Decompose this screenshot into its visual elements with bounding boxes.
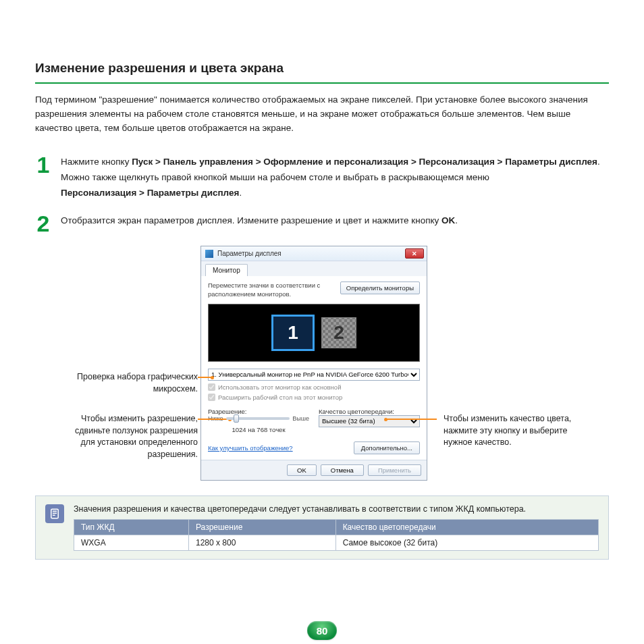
chk2-label: Расширить рабочий стол на этот монитор: [218, 394, 342, 401]
callout-resolution: Чтобы изменить разрешение, сдвиньте полз…: [59, 413, 200, 460]
page-heading: Изменение разрешения и цвета экрана: [35, 61, 609, 84]
ok-button[interactable]: OK: [287, 464, 317, 476]
monitor-preview[interactable]: 1 2: [208, 304, 420, 362]
extend-desktop-checkbox[interactable]: Расширить рабочий стол на этот монитор: [208, 394, 420, 401]
tab-row: Монитор: [201, 261, 427, 276]
step-number-2: 2: [35, 213, 51, 234]
step1-line2c: .: [239, 188, 242, 198]
monitor-2[interactable]: 2: [321, 317, 356, 348]
th-color-quality: Качество цветопередачи: [336, 519, 598, 535]
step-2: 2 Отобразится экран параметров дисплея. …: [35, 213, 609, 234]
td-lcd-type: WXGA: [74, 535, 189, 550]
step1-line2b: Персонализация > Параметры дисплея: [61, 188, 239, 198]
note-icon: [45, 504, 64, 523]
dialog-titlebar[interactable]: Параметры дисплея ✕: [201, 246, 427, 261]
tab-monitor[interactable]: Монитор: [205, 264, 248, 276]
intro-paragraph: Под термином "разрешение" понимается кол…: [35, 93, 609, 136]
cancel-button[interactable]: Отмена: [321, 464, 364, 476]
step1-path: Пуск > Панель управления > Оформление и …: [132, 157, 597, 167]
step1-line2a: Можно также щелкнуть правой кнопкой мыши…: [61, 172, 489, 182]
resolution-slider[interactable]: [226, 417, 290, 420]
display-settings-dialog: Параметры дисплея ✕ Монитор Переместите …: [200, 246, 427, 481]
primary-monitor-checkbox[interactable]: Использовать этот монитор как основной: [208, 383, 420, 391]
resolution-value: 1024 на 768 точек: [208, 426, 309, 433]
callouts-right: Чтобы изменить качество цвета, нажмите э…: [430, 246, 585, 481]
page-number: 80: [307, 621, 337, 640]
note-text: Значения разрешения и качества цветопере…: [74, 504, 599, 514]
improve-display-link[interactable]: Как улучшить отображение?: [208, 444, 293, 452]
note-box: Значения разрешения и качества цветопере…: [35, 495, 609, 560]
step-number-1: 1: [35, 155, 51, 201]
instruction-text: Переместите значки в соответствии с расп…: [208, 281, 323, 298]
step-2-body: Отобразится экран параметров дисплея. Из…: [61, 213, 609, 234]
dialog-button-row: OK Отмена Применить: [201, 460, 427, 480]
dialog-icon: [205, 250, 213, 258]
dialog-title: Параметры дисплея: [217, 250, 281, 257]
step1-lead: Нажмите кнопку: [61, 157, 132, 167]
chk1-label: Использовать этот монитор как основной: [218, 383, 341, 391]
slider-thumb[interactable]: [234, 414, 239, 423]
monitor-select[interactable]: 1. Универсальный монитор не PnP на NVIDI…: [208, 369, 420, 381]
step1-dot: .: [597, 157, 600, 167]
page-number-badge: 80: [307, 621, 337, 640]
quality-label: Качество цветопередачи:: [319, 408, 420, 415]
color-quality-select[interactable]: Высшее (32 бита): [319, 415, 420, 427]
advanced-button[interactable]: Дополнительно...: [354, 441, 420, 454]
identify-monitors-button[interactable]: Определить мониторы: [340, 281, 420, 294]
th-lcd-type: Тип ЖКД: [74, 519, 189, 535]
close-button[interactable]: ✕: [405, 248, 424, 259]
step2-b: OK: [441, 215, 455, 225]
step-1: 1 Нажмите кнопку Пуск > Панель управлени…: [35, 155, 609, 201]
resolution-high: Выше: [292, 415, 309, 422]
spec-table: Тип ЖКД Разрешение Качество цветопередач…: [74, 519, 599, 551]
resolution-label: Разрешение:: [208, 408, 309, 415]
th-resolution: Разрешение: [189, 519, 336, 535]
td-resolution: 1280 x 800: [189, 535, 336, 550]
monitor-1[interactable]: 1: [271, 315, 315, 351]
step2-a: Отобразится экран параметров дисплея. Из…: [61, 215, 441, 225]
step-1-body: Нажмите кнопку Пуск > Панель управления …: [61, 155, 609, 201]
callouts-left: Проверка набора графических микросхем. Ч…: [59, 246, 200, 481]
table-row: WXGA 1280 x 800 Самое высокое (32 бита): [74, 535, 599, 550]
callout-color-quality: Чтобы изменить качество цвета, нажмите э…: [430, 413, 585, 449]
callout-chipset: Проверка набора графических микросхем.: [59, 371, 200, 395]
apply-button[interactable]: Применить: [368, 464, 421, 476]
step2-c: .: [455, 215, 458, 225]
td-color-quality: Самое высокое (32 бита): [336, 535, 598, 550]
